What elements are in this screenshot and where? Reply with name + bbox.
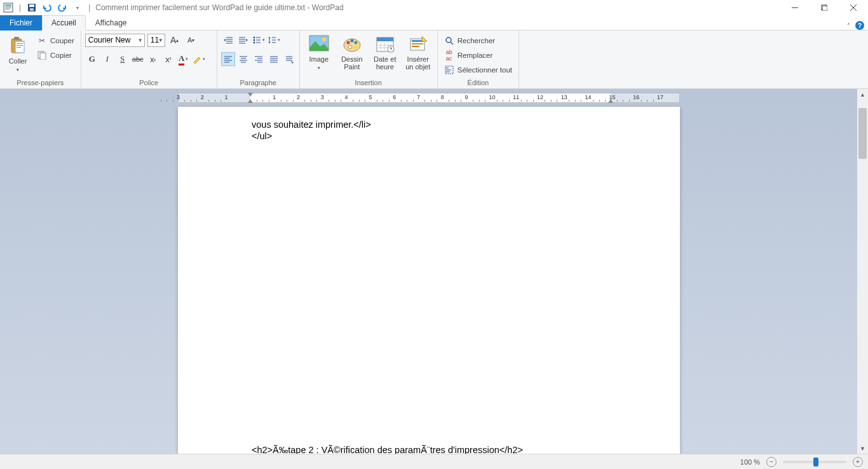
scrollbar-thumb[interactable] (858, 108, 867, 159)
strikethrough-button[interactable]: abc (131, 52, 145, 66)
font-size-combo[interactable]: 11▼ (147, 34, 165, 47)
svg-point-80 (446, 37, 451, 43)
svg-point-64 (354, 46, 357, 49)
align-right-button[interactable] (252, 52, 266, 66)
close-button[interactable] (839, 0, 868, 15)
group-label-paragraph: Paragraphe (221, 78, 295, 88)
bold-button[interactable]: G (85, 52, 99, 66)
tab-file[interactable]: Fichier (0, 15, 42, 31)
calendar-icon (374, 33, 396, 55)
svg-point-63 (354, 41, 357, 44)
save-icon[interactable] (25, 1, 39, 15)
svg-rect-4 (5, 9, 10, 10)
replace-button[interactable]: abac Remplacer (442, 49, 515, 62)
svg-rect-1 (5, 4, 11, 6)
group-editing: Rechercher abac Remplacer Sélectionner t… (438, 31, 519, 88)
shrink-font-button[interactable]: A▾ (184, 33, 198, 47)
svg-rect-16 (17, 43, 23, 44)
line-spacing-button[interactable] (267, 33, 281, 47)
insert-datetime-button[interactable]: Date et heure (370, 33, 400, 75)
underline-button[interactable]: S (116, 52, 130, 66)
help-icon[interactable]: ? (855, 21, 864, 30)
insert-object-button[interactable]: Insérer un objet (403, 33, 433, 75)
cut-icon: ✂ (37, 36, 47, 46)
undo-icon[interactable] (40, 1, 54, 15)
group-paragraph: Paragraphe (217, 31, 300, 88)
font-color-button[interactable]: A (177, 52, 191, 66)
insert-image-button[interactable]: Image▾ (304, 33, 334, 75)
zoom-out-button[interactable]: − (766, 457, 776, 467)
svg-rect-2 (5, 6, 11, 7)
ribbon-tabs: Fichier Accueil Affichage ˄ ? (0, 15, 868, 31)
zoom-slider[interactable] (783, 461, 846, 463)
svg-point-61 (346, 41, 349, 44)
ribbon: Coller▾ ✂ Couper Copier Presse-papiers (0, 31, 868, 89)
tab-home[interactable]: Accueil (42, 15, 86, 31)
align-left-button[interactable] (221, 52, 235, 66)
page[interactable]: vous souhaitez imprimer.</li> </ul> <h2>… (178, 107, 680, 454)
qat-dropdown-icon[interactable]: ▾ (71, 1, 85, 15)
title-bar: | ▾ | Comment imprimer facilement sur Wo… (0, 0, 868, 15)
paragraph-dialog-button[interactable] (282, 52, 296, 66)
scroll-down-icon[interactable]: ▼ (857, 443, 868, 454)
grow-font-button[interactable]: A▴ (168, 33, 182, 47)
document-content[interactable]: vous souhaitez imprimer.</li> </ul> <h2>… (252, 119, 642, 454)
minimize-button[interactable] (780, 0, 810, 15)
zoom-in-button[interactable]: + (853, 457, 863, 467)
svg-rect-20 (40, 53, 46, 60)
paint-icon (341, 33, 363, 55)
svg-rect-78 (412, 43, 423, 44)
svg-rect-3 (5, 8, 11, 8)
status-bar: 100 % − + (0, 454, 868, 469)
increase-indent-button[interactable] (236, 33, 250, 47)
redo-icon[interactable] (55, 1, 69, 15)
svg-rect-67 (377, 37, 393, 41)
scroll-up-icon[interactable]: ▲ (857, 89, 868, 100)
group-label-clipboard: Presse-papiers (4, 78, 77, 88)
tab-view[interactable]: Affichage (86, 15, 137, 31)
collapse-ribbon-icon[interactable]: ˄ (847, 22, 850, 29)
vertical-scrollbar[interactable]: ▲ ▼ (857, 89, 868, 454)
superscript-button[interactable]: x² (161, 52, 175, 66)
svg-point-31 (253, 42, 255, 44)
svg-point-30 (253, 39, 255, 41)
image-icon (308, 33, 330, 55)
zoom-level-label: 100 % (740, 458, 760, 466)
separator: | (19, 3, 21, 12)
insert-paint-button[interactable]: Dessin Paint (337, 33, 367, 75)
copy-button[interactable]: Copier (34, 49, 77, 62)
group-insert: Image▾ Dessin Paint Date et heure Insére… (300, 31, 438, 88)
subscript-button[interactable]: x₂ (146, 52, 160, 66)
select-all-button[interactable]: Sélectionner tout (442, 64, 515, 76)
list-button[interactable] (252, 33, 266, 47)
replace-icon: abac (444, 50, 454, 60)
paste-button[interactable]: Coller▾ (4, 33, 32, 75)
svg-rect-79 (412, 46, 419, 47)
maximize-button[interactable] (810, 0, 839, 15)
find-button[interactable]: Rechercher (442, 34, 515, 47)
svg-rect-18 (17, 47, 21, 48)
document-area: 3211234567891011121314151617 vous souhai… (0, 89, 868, 454)
separator: | (88, 3, 90, 12)
app-icon[interactable] (1, 1, 15, 15)
ruler[interactable]: 3211234567891011121314151617 (178, 93, 680, 103)
group-label-editing: Édition (442, 78, 515, 88)
align-justify-button[interactable] (267, 52, 281, 66)
highlight-button[interactable] (192, 52, 206, 66)
svg-point-62 (350, 39, 353, 43)
cut-button[interactable]: ✂ Couper (34, 34, 77, 47)
svg-point-59 (322, 37, 326, 41)
svg-point-65 (348, 46, 352, 49)
zoom-slider-knob[interactable] (813, 458, 818, 466)
group-label-insert: Insertion (304, 78, 433, 88)
select-all-icon (444, 65, 454, 75)
svg-rect-14 (14, 37, 19, 40)
decrease-indent-button[interactable] (221, 33, 235, 47)
find-icon (444, 36, 454, 46)
group-label-font: Police (85, 78, 213, 88)
align-center-button[interactable] (236, 52, 250, 66)
quick-access-toolbar: | ▾ | (0, 1, 93, 15)
italic-button[interactable]: I (100, 52, 114, 66)
font-name-combo[interactable]: Courier New▼ (85, 34, 145, 47)
svg-rect-6 (29, 4, 34, 7)
